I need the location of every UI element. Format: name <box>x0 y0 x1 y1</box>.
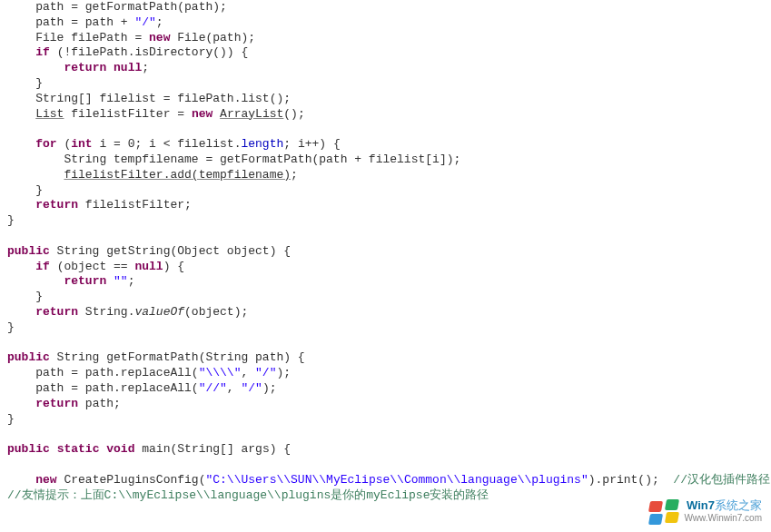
code-line: public String getString(Object object) { <box>7 244 764 260</box>
code-line: String tempfilename = getFormatPath(path… <box>7 153 764 168</box>
code-line: } <box>7 76 764 92</box>
code-line: } <box>7 183 764 199</box>
code-line: return ""; <box>7 274 764 290</box>
code-line <box>7 229 764 244</box>
code-line: new CreatePluginsConfig("C:\\Users\\SUN\… <box>7 473 764 488</box>
code-line: } <box>7 213 764 229</box>
windows-logo-icon <box>649 499 678 525</box>
code-line: for (int i = 0; i < filelist.length; i++… <box>7 137 764 153</box>
code-line: String[] filelist = filePath.list(); <box>7 92 764 107</box>
code-line: return filelistFilter; <box>7 198 764 213</box>
code-line <box>7 458 764 473</box>
code-line <box>7 427 764 442</box>
code-line: } <box>7 320 764 336</box>
code-line: } <box>7 290 764 305</box>
code-editor[interactable]: path = getFormatPath(path); path = path … <box>0 0 771 503</box>
code-line <box>7 122 764 137</box>
code-line: path = path + "/"; <box>7 15 764 31</box>
watermark-url: Www.Winwin7.com <box>684 512 762 525</box>
code-line: public String getFormatPath(String path)… <box>7 350 764 366</box>
code-line: path = path.replaceAll("\\\\", "/"); <box>7 366 764 381</box>
code-line: if (!filePath.isDirectory()) { <box>7 45 764 61</box>
code-line: return String.valueOf(object); <box>7 305 764 320</box>
code-line: path = path.replaceAll("//", "/"); <box>7 381 764 397</box>
code-line <box>7 336 764 351</box>
watermark: Win7系统之家 Www.Winwin7.com <box>649 499 762 525</box>
code-line: return null; <box>7 61 764 76</box>
code-line: } <box>7 412 764 428</box>
code-line: List filelistFilter = new ArrayList(); <box>7 107 764 123</box>
code-line: path = getFormatPath(path); <box>7 0 764 15</box>
watermark-brand-suffix: 系统之家 <box>715 498 762 512</box>
code-line: public static void main(String[] args) { <box>7 442 764 458</box>
watermark-brand-prefix: Win7 <box>687 498 715 512</box>
code-line: File filePath = new File(path); <box>7 31 764 46</box>
code-line: if (object == null) { <box>7 260 764 275</box>
code-line: return path; <box>7 397 764 412</box>
code-line: filelistFilter.add(tempfilename); <box>7 168 764 183</box>
